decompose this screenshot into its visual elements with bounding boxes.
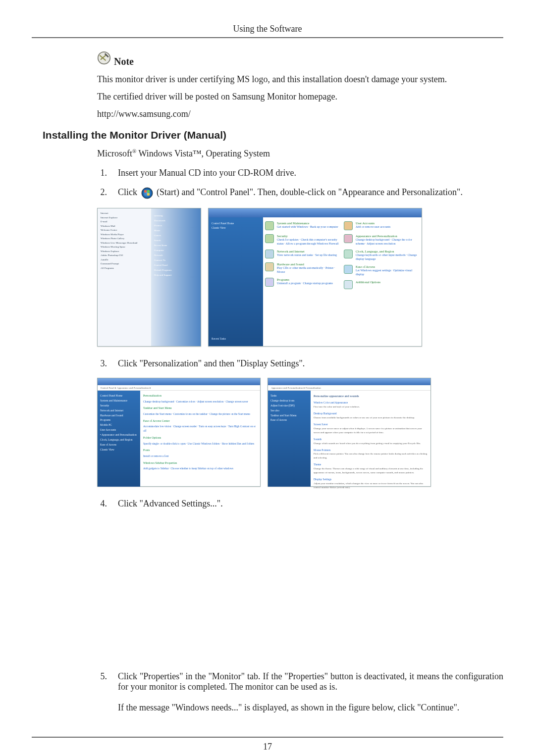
category-icon [265, 262, 274, 271]
personalization-item-desc: Change the theme. Themes can change a wi… [314, 467, 428, 475]
control-panel-item: System and MaintenanceGet started with W… [265, 221, 341, 230]
step-text: Click "Personalization" and then "Displa… [118, 358, 503, 369]
start-menu-item: Command Prompt [101, 262, 149, 266]
figure-row-step-3: Control Panel ▸ Appearance and Personali… [32, 378, 503, 487]
personalization-item-desc: Pick a different mouse pointer. You can … [314, 452, 428, 460]
category-links: Change desktop background · Change the c… [356, 238, 420, 246]
start-menu-right-item: Pictures [154, 223, 199, 228]
screenshot-personalization: Appearance and Personalization ▸ Persona… [268, 378, 431, 487]
start-menu-item: Welcome Center [101, 228, 149, 233]
category-links: View network status and tasks · Set up f… [277, 253, 337, 257]
category-links: Get started with Windows · Back up your … [277, 225, 338, 229]
header-rule [32, 37, 503, 38]
step-4: 4. Click "Advanced Settings...". [97, 499, 503, 509]
steps-list-cont-4: 4. Click "Advanced Settings...". [32, 499, 503, 509]
personalization-item-title: Theme [314, 462, 428, 467]
step-number: 5. [97, 671, 107, 682]
step-text: Click "Advanced Settings...". [118, 499, 503, 509]
sidebar-item: Hardware and Sound [100, 413, 138, 418]
ap-item-title: Taskbar and Start Menu [143, 406, 257, 411]
personalization-item-title: Display Settings [314, 477, 428, 482]
category-title: User Accounts [356, 221, 390, 225]
step-text: Insert your Manual CD into your CD-ROM d… [118, 168, 503, 178]
category-icon [344, 221, 353, 230]
os-text-before: Microsoft [97, 149, 132, 158]
ap-item: Ease of Access CenterAccommodate low vis… [143, 419, 257, 433]
personalization-item: Mouse PointersPick a different mouse poi… [314, 448, 428, 460]
personalization-item-desc: Change which sounds are heard when you d… [314, 442, 428, 446]
personalization-item-desc: Fine tune the color and style of your wi… [314, 405, 428, 409]
start-menu-item: Internet [101, 211, 149, 216]
start-menu-item: Windows Photo Gallery [101, 237, 149, 241]
category-title: Clock, Language, and Region [356, 250, 420, 253]
personalization-item-title: Mouse Pointers [314, 448, 428, 453]
step-number: 1. [97, 168, 107, 178]
category-icon [344, 250, 353, 258]
start-menu-item: Windows Mail [101, 224, 149, 229]
sidebar-item: Security [100, 403, 138, 408]
start-menu-right-item: Help and Support [154, 273, 199, 278]
sidebar-item: Network and Internet [100, 408, 138, 413]
start-menu-item: Windows Explorer [101, 250, 149, 254]
category-links: Add or remove user accounts [356, 225, 390, 229]
svg-rect-2 [144, 190, 147, 193]
sidebar-item: Ease of Access [100, 443, 138, 448]
cp-side-recent: Recent Tasks [212, 337, 260, 341]
os-line: Microsoft® Windows Vista™, Operating Sys… [32, 148, 503, 159]
personalization-item-desc: Adjust your monitor resolution, which ch… [314, 482, 428, 490]
sidebar-item: Taskbar and Start Menu [270, 413, 308, 418]
step-5: 5. Click "Properties" in the "Monitor" t… [97, 671, 503, 713]
steps-list-cont-5: 5. Click "Properties" in the "Monitor" t… [32, 671, 503, 713]
category-links: Play CDs or other media automatically · … [277, 266, 341, 274]
personalization-item: Display SettingsAdjust your monitor reso… [314, 477, 428, 490]
personalization-item-desc: Choose from available backgrounds or col… [314, 416, 428, 420]
control-panel-item: SecurityCheck for updates · Check this c… [265, 234, 341, 246]
control-panel-item: Ease of AccessLet Windows suggest settin… [344, 265, 420, 276]
ap-item-links: Accommodate low vision · Change screen r… [143, 424, 257, 433]
personalization-title: Personalize appearance and sounds [314, 394, 428, 399]
category-icon [265, 234, 274, 243]
start-menu-right-item: Recent Items [154, 243, 199, 248]
control-panel-item: Appearance and PersonalizationChange des… [344, 234, 420, 246]
category-title: Appearance and Personalization [356, 234, 420, 238]
os-text-after: Windows Vista™, Operating System [136, 149, 270, 158]
start-menu-right-item: Search [154, 238, 199, 243]
ap-item: Folder OptionsSpecify single- or double-… [143, 436, 257, 446]
sidebar-item: User Accounts [100, 428, 138, 433]
note-label: Note [114, 56, 134, 67]
category-title: System and Maintenance [277, 221, 338, 225]
personalization-item-title: Screen Saver [314, 422, 428, 427]
sidebar-item: Control Panel Home [100, 394, 138, 399]
intro-paragraph-2: The certified driver will be posted on S… [97, 92, 499, 102]
step-1: 1. Insert your Manual CD into your CD-RO… [97, 168, 503, 178]
start-button-icon [141, 187, 154, 199]
start-menu-right-item: Network [154, 253, 199, 258]
ap-item: Taskbar and Start MenuCustomize the Star… [143, 406, 257, 416]
control-panel-item: Clock, Language, and RegionChange keyboa… [344, 250, 420, 261]
ap-item-links: Install or remove a font [143, 454, 257, 458]
section-heading: Installing the Monitor Driver (Manual) [32, 129, 503, 141]
ap-item-title: Ease of Access Center [143, 419, 257, 424]
sidebar-item: Tasks [270, 394, 308, 399]
screenshot-appearance-personalization: Control Panel ▸ Appearance and Personali… [97, 378, 261, 487]
ap-item: FontsInstall or remove a font [143, 448, 257, 458]
start-menu-right-item: Music [154, 228, 199, 233]
start-menu-right-item: Connect To [154, 258, 199, 263]
step-5-extra: If the message "Windows needs..." is dis… [118, 703, 459, 712]
personalization-item-desc: Change your screen saver or adjust when … [314, 427, 428, 435]
svg-rect-5 [147, 193, 150, 196]
step-number: 4. [97, 499, 107, 509]
sidebar-item: • Appearance and Personalization [100, 433, 138, 438]
svg-rect-3 [147, 190, 150, 193]
note-block: Note [97, 51, 499, 67]
personalization-item: Screen SaverChange your screen saver or … [314, 422, 428, 435]
step-number: 3. [97, 358, 107, 369]
start-menu-right-item: Games [154, 233, 199, 238]
step-2-post: (Start) and "Control Panel". Then, doubl… [157, 187, 463, 197]
note-icon [97, 51, 111, 67]
sidebar-item: Ease of Access [270, 418, 308, 423]
sidebar-item: See also [270, 408, 308, 413]
personalization-item: Window Color and AppearanceFine tune the… [314, 401, 428, 409]
start-menu-item: Internet Explorer [101, 216, 149, 220]
category-links: Check for updates · Check this computer'… [277, 238, 341, 246]
